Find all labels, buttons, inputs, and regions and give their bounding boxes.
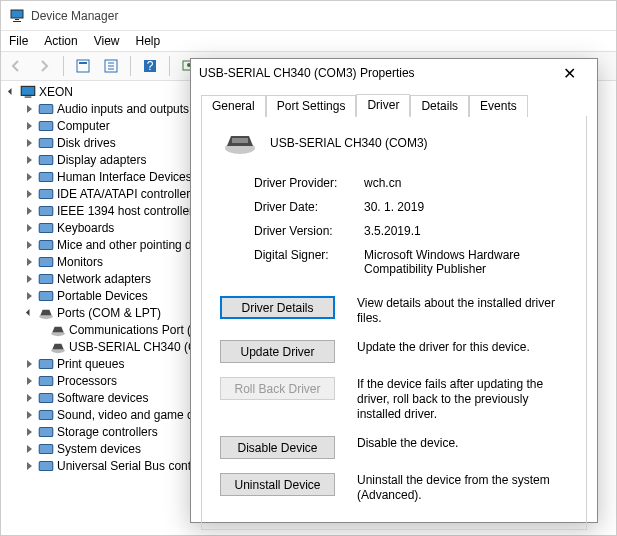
svg-rect-2 xyxy=(15,19,19,20)
menu-action[interactable]: Action xyxy=(44,34,77,48)
window-title: Device Manager xyxy=(31,9,118,23)
expander-icon[interactable] xyxy=(23,443,35,455)
expander-icon[interactable] xyxy=(23,137,35,149)
svg-rect-35 xyxy=(39,393,53,402)
expander-icon[interactable] xyxy=(23,358,35,370)
expander-icon[interactable] xyxy=(23,188,35,200)
expander-icon[interactable] xyxy=(5,86,17,98)
value-date: 30. 1. 2019 xyxy=(364,200,570,214)
toolbar-properties-icon[interactable] xyxy=(72,55,94,77)
category-icon xyxy=(37,271,55,287)
svg-rect-20 xyxy=(39,138,53,147)
expander-icon[interactable] xyxy=(23,273,35,285)
category-icon xyxy=(37,169,55,185)
expander-icon[interactable] xyxy=(23,426,35,438)
expander-icon[interactable] xyxy=(23,154,35,166)
disable-device-button[interactable]: Disable Device xyxy=(220,436,335,459)
expander-icon[interactable] xyxy=(23,103,35,115)
expander-icon[interactable] xyxy=(23,409,35,421)
expander-icon[interactable] xyxy=(23,120,35,132)
svg-rect-24 xyxy=(39,206,53,215)
expander-icon[interactable] xyxy=(23,392,35,404)
close-icon[interactable]: ✕ xyxy=(549,59,589,87)
tab-events[interactable]: Events xyxy=(469,95,528,117)
svg-rect-4 xyxy=(77,60,89,72)
device-header: USB-SERIAL CH340 (COM3) xyxy=(222,128,570,158)
port-icon xyxy=(49,339,67,355)
toolbar-scan-icon[interactable] xyxy=(100,55,122,77)
menu-view[interactable]: View xyxy=(94,34,120,48)
category-icon xyxy=(37,373,55,389)
tree-item-label: Monitors xyxy=(57,255,103,269)
driver-actions: Driver Details View details about the in… xyxy=(218,296,570,517)
menu-file[interactable]: File xyxy=(9,34,28,48)
expander-icon[interactable] xyxy=(23,290,35,302)
svg-rect-21 xyxy=(39,155,53,164)
tree-item-label: Ports (COM & LPT) xyxy=(57,306,161,320)
tab-body: USB-SERIAL CH340 (COM3) Driver Provider:… xyxy=(201,116,587,530)
category-icon xyxy=(37,135,55,151)
expander-icon[interactable] xyxy=(23,205,35,217)
rollback-driver-button: Roll Back Driver xyxy=(220,377,335,400)
driver-details-button[interactable]: Driver Details xyxy=(220,296,335,319)
disable-device-desc: Disable the device. xyxy=(357,436,570,451)
value-provider: wch.cn xyxy=(364,176,570,190)
titlebar: Device Manager xyxy=(1,1,616,31)
dialog-titlebar: USB-SERIAL CH340 (COM3) Properties ✕ xyxy=(191,59,597,87)
port-icon xyxy=(49,322,67,338)
svg-rect-27 xyxy=(39,257,53,266)
svg-rect-17 xyxy=(25,96,32,97)
uninstall-device-button[interactable]: Uninstall Device xyxy=(220,473,335,496)
row-provider: Driver Provider: wch.cn xyxy=(254,176,570,190)
tree-item-label: Audio inputs and outputs xyxy=(57,102,189,116)
tab-details[interactable]: Details xyxy=(410,95,469,117)
properties-dialog: USB-SERIAL CH340 (COM3) Properties ✕ Gen… xyxy=(190,58,598,523)
update-driver-desc: Update the driver for this device. xyxy=(357,340,570,355)
tree-item-label: Display adapters xyxy=(57,153,146,167)
category-icon xyxy=(37,220,55,236)
tree-root-label: XEON xyxy=(39,85,73,99)
tree-item-label: Processors xyxy=(57,374,117,388)
expander-icon[interactable] xyxy=(23,171,35,183)
category-icon xyxy=(37,186,55,202)
category-icon xyxy=(37,237,55,253)
svg-text:?: ? xyxy=(147,59,154,73)
expander-icon[interactable] xyxy=(23,375,35,387)
expander-icon[interactable] xyxy=(23,222,35,234)
tree-item-label: Storage controllers xyxy=(57,425,158,439)
category-icon xyxy=(37,441,55,457)
toolbar-help-icon[interactable]: ? xyxy=(139,55,161,77)
tree-item-label: Keyboards xyxy=(57,221,114,235)
expander-icon[interactable] xyxy=(23,307,35,319)
svg-rect-34 xyxy=(39,376,53,385)
menu-help[interactable]: Help xyxy=(136,34,161,48)
tree-item-label: Human Interface Devices xyxy=(57,170,192,184)
tab-driver[interactable]: Driver xyxy=(356,94,410,117)
tab-port-settings[interactable]: Port Settings xyxy=(266,95,357,117)
category-icon xyxy=(37,305,55,321)
update-driver-button[interactable]: Update Driver xyxy=(220,340,335,363)
svg-rect-41 xyxy=(232,138,248,143)
row-date: Driver Date: 30. 1. 2019 xyxy=(254,200,570,214)
label-version: Driver Version: xyxy=(254,224,364,238)
svg-rect-33 xyxy=(39,359,53,368)
expander-icon[interactable] xyxy=(23,239,35,251)
category-icon xyxy=(37,407,55,423)
tree-item-label: Disk drives xyxy=(57,136,116,150)
svg-rect-37 xyxy=(39,427,53,436)
expander-icon[interactable] xyxy=(23,256,35,268)
svg-rect-28 xyxy=(39,274,53,283)
expander-icon[interactable] xyxy=(23,460,35,472)
row-version: Driver Version: 3.5.2019.1 xyxy=(254,224,570,238)
tree-item-label: Portable Devices xyxy=(57,289,148,303)
category-icon xyxy=(37,118,55,134)
svg-rect-23 xyxy=(39,189,53,198)
toolbar-separator xyxy=(130,56,131,76)
category-icon xyxy=(37,254,55,270)
svg-rect-29 xyxy=(39,291,53,300)
svg-rect-39 xyxy=(39,461,53,470)
row-signer: Digital Signer: Microsoft Windows Hardwa… xyxy=(254,248,570,276)
tree-item-label: Print queues xyxy=(57,357,124,371)
category-icon xyxy=(37,203,55,219)
tab-general[interactable]: General xyxy=(201,95,266,117)
